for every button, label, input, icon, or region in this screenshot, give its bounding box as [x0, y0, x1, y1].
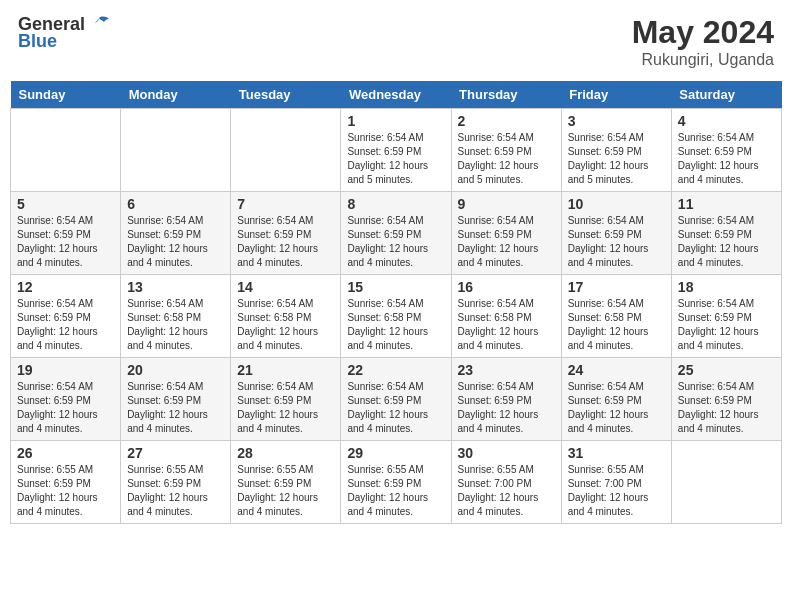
calendar-table: Sunday Monday Tuesday Wednesday Thursday… [10, 81, 782, 524]
sunset-text: Sunset: 6:59 PM [568, 146, 642, 157]
day-number: 26 [17, 445, 114, 461]
day-content: Sunrise: 6:54 AMSunset: 6:59 PMDaylight:… [17, 380, 114, 436]
table-row: 5Sunrise: 6:54 AMSunset: 6:59 PMDaylight… [11, 192, 121, 275]
daylight-text: Daylight: 12 hours and 4 minutes. [17, 243, 98, 268]
sunrise-text: Sunrise: 6:54 AM [458, 132, 534, 143]
table-row: 24Sunrise: 6:54 AMSunset: 6:59 PMDayligh… [561, 358, 671, 441]
day-content: Sunrise: 6:54 AMSunset: 6:59 PMDaylight:… [458, 380, 555, 436]
day-number: 15 [347, 279, 444, 295]
logo-bird-icon [88, 16, 110, 34]
day-content: Sunrise: 6:54 AMSunset: 6:59 PMDaylight:… [17, 214, 114, 270]
sunset-text: Sunset: 6:59 PM [127, 395, 201, 406]
sunset-text: Sunset: 6:59 PM [17, 229, 91, 240]
sunrise-text: Sunrise: 6:54 AM [678, 298, 754, 309]
sunset-text: Sunset: 6:59 PM [347, 478, 421, 489]
sunset-text: Sunset: 6:59 PM [17, 395, 91, 406]
sunrise-text: Sunrise: 6:54 AM [17, 215, 93, 226]
daylight-text: Daylight: 12 hours and 4 minutes. [127, 243, 208, 268]
sunrise-text: Sunrise: 6:55 AM [568, 464, 644, 475]
sunrise-text: Sunrise: 6:54 AM [127, 215, 203, 226]
daylight-text: Daylight: 12 hours and 4 minutes. [678, 160, 759, 185]
header-saturday: Saturday [671, 81, 781, 109]
header-monday: Monday [121, 81, 231, 109]
day-number: 2 [458, 113, 555, 129]
day-content: Sunrise: 6:54 AMSunset: 6:59 PMDaylight:… [678, 131, 775, 187]
daylight-text: Daylight: 12 hours and 4 minutes. [458, 409, 539, 434]
sunrise-text: Sunrise: 6:54 AM [17, 381, 93, 392]
table-row: 17Sunrise: 6:54 AMSunset: 6:58 PMDayligh… [561, 275, 671, 358]
day-content: Sunrise: 6:55 AMSunset: 7:00 PMDaylight:… [458, 463, 555, 519]
day-number: 24 [568, 362, 665, 378]
sunrise-text: Sunrise: 6:54 AM [678, 132, 754, 143]
day-number: 11 [678, 196, 775, 212]
sunset-text: Sunset: 6:59 PM [237, 229, 311, 240]
table-row: 13Sunrise: 6:54 AMSunset: 6:58 PMDayligh… [121, 275, 231, 358]
daylight-text: Daylight: 12 hours and 4 minutes. [347, 409, 428, 434]
sunset-text: Sunset: 6:58 PM [347, 312, 421, 323]
table-row: 14Sunrise: 6:54 AMSunset: 6:58 PMDayligh… [231, 275, 341, 358]
daylight-text: Daylight: 12 hours and 4 minutes. [17, 409, 98, 434]
table-row: 8Sunrise: 6:54 AMSunset: 6:59 PMDaylight… [341, 192, 451, 275]
sunrise-text: Sunrise: 6:54 AM [568, 298, 644, 309]
sunset-text: Sunset: 6:59 PM [347, 229, 421, 240]
day-content: Sunrise: 6:55 AMSunset: 6:59 PMDaylight:… [237, 463, 334, 519]
day-number: 5 [17, 196, 114, 212]
daylight-text: Daylight: 12 hours and 4 minutes. [678, 326, 759, 351]
sunset-text: Sunset: 6:59 PM [458, 146, 532, 157]
sunrise-text: Sunrise: 6:54 AM [568, 132, 644, 143]
day-number: 4 [678, 113, 775, 129]
table-row [231, 109, 341, 192]
daylight-text: Daylight: 12 hours and 5 minutes. [568, 160, 649, 185]
sunset-text: Sunset: 6:59 PM [237, 395, 311, 406]
sunset-text: Sunset: 6:59 PM [678, 146, 752, 157]
table-row: 21Sunrise: 6:54 AMSunset: 6:59 PMDayligh… [231, 358, 341, 441]
table-row: 23Sunrise: 6:54 AMSunset: 6:59 PMDayligh… [451, 358, 561, 441]
sunrise-text: Sunrise: 6:55 AM [237, 464, 313, 475]
day-number: 16 [458, 279, 555, 295]
sunset-text: Sunset: 6:59 PM [568, 229, 642, 240]
header-thursday: Thursday [451, 81, 561, 109]
table-row: 27Sunrise: 6:55 AMSunset: 6:59 PMDayligh… [121, 441, 231, 524]
title-area: May 2024 Rukungiri, Uganda [632, 14, 774, 69]
daylight-text: Daylight: 12 hours and 4 minutes. [458, 326, 539, 351]
table-row: 11Sunrise: 6:54 AMSunset: 6:59 PMDayligh… [671, 192, 781, 275]
day-content: Sunrise: 6:54 AMSunset: 6:59 PMDaylight:… [347, 131, 444, 187]
day-number: 8 [347, 196, 444, 212]
month-title: May 2024 [632, 14, 774, 51]
sunrise-text: Sunrise: 6:54 AM [458, 215, 534, 226]
day-number: 17 [568, 279, 665, 295]
header-wednesday: Wednesday [341, 81, 451, 109]
sunset-text: Sunset: 6:59 PM [237, 478, 311, 489]
daylight-text: Daylight: 12 hours and 4 minutes. [17, 326, 98, 351]
day-number: 13 [127, 279, 224, 295]
day-content: Sunrise: 6:54 AMSunset: 6:59 PMDaylight:… [237, 214, 334, 270]
sunset-text: Sunset: 6:59 PM [347, 146, 421, 157]
table-row: 19Sunrise: 6:54 AMSunset: 6:59 PMDayligh… [11, 358, 121, 441]
day-content: Sunrise: 6:54 AMSunset: 6:59 PMDaylight:… [237, 380, 334, 436]
sunrise-text: Sunrise: 6:54 AM [347, 215, 423, 226]
day-content: Sunrise: 6:54 AMSunset: 6:59 PMDaylight:… [678, 380, 775, 436]
day-number: 18 [678, 279, 775, 295]
sunset-text: Sunset: 6:59 PM [127, 229, 201, 240]
sunrise-text: Sunrise: 6:54 AM [678, 215, 754, 226]
sunrise-text: Sunrise: 6:54 AM [127, 381, 203, 392]
day-number: 28 [237, 445, 334, 461]
day-number: 27 [127, 445, 224, 461]
table-row: 6Sunrise: 6:54 AMSunset: 6:59 PMDaylight… [121, 192, 231, 275]
sunset-text: Sunset: 6:59 PM [17, 478, 91, 489]
day-number: 21 [237, 362, 334, 378]
day-content: Sunrise: 6:54 AMSunset: 6:59 PMDaylight:… [678, 214, 775, 270]
day-content: Sunrise: 6:54 AMSunset: 6:59 PMDaylight:… [17, 297, 114, 353]
table-row: 25Sunrise: 6:54 AMSunset: 6:59 PMDayligh… [671, 358, 781, 441]
table-row: 4Sunrise: 6:54 AMSunset: 6:59 PMDaylight… [671, 109, 781, 192]
page-wrapper: General Blue May 2024 Rukungiri, Uganda … [10, 10, 782, 524]
sunset-text: Sunset: 7:00 PM [458, 478, 532, 489]
day-content: Sunrise: 6:54 AMSunset: 6:59 PMDaylight:… [127, 380, 224, 436]
calendar-row: 5Sunrise: 6:54 AMSunset: 6:59 PMDaylight… [11, 192, 782, 275]
sunrise-text: Sunrise: 6:55 AM [127, 464, 203, 475]
daylight-text: Daylight: 12 hours and 4 minutes. [17, 492, 98, 517]
sunrise-text: Sunrise: 6:54 AM [347, 381, 423, 392]
header-tuesday: Tuesday [231, 81, 341, 109]
table-row: 28Sunrise: 6:55 AMSunset: 6:59 PMDayligh… [231, 441, 341, 524]
table-row: 1Sunrise: 6:54 AMSunset: 6:59 PMDaylight… [341, 109, 451, 192]
